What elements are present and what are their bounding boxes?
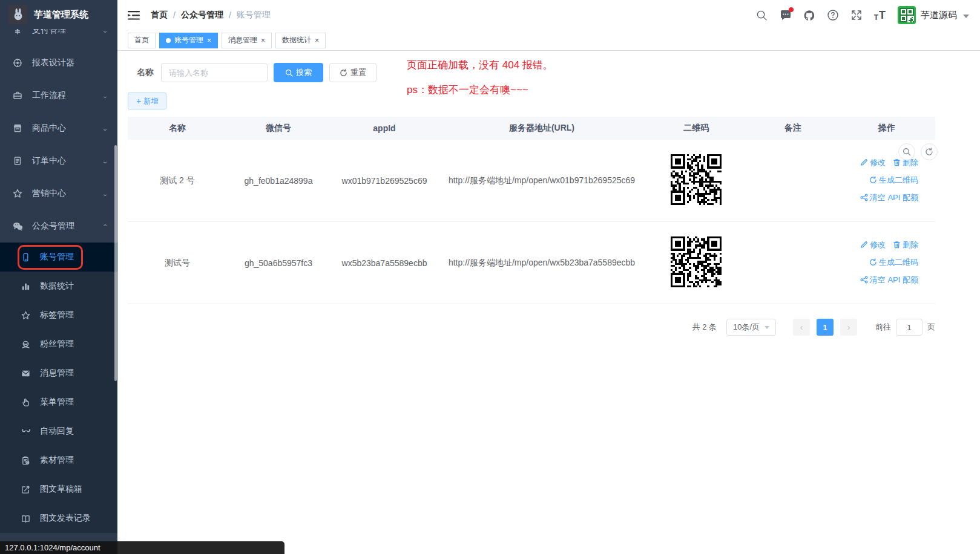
sidebar-item-workflow[interactable]: 工作流程 ⌄ [0, 79, 117, 112]
sidebar-scrollbar[interactable] [114, 145, 117, 381]
clear-quota-link[interactable]: 清空 API 配额 [860, 189, 918, 206]
search-icon [285, 69, 293, 77]
sidebar-item-menu-manage[interactable]: 菜单管理 [0, 388, 117, 417]
sidebar-fold-icon[interactable] [128, 9, 141, 21]
product-center-icon [12, 123, 23, 134]
refresh-icon [925, 148, 933, 156]
sidebar-item-account-manage[interactable]: 账号管理 [0, 243, 117, 272]
chevron-down-icon: ⌄ [102, 125, 108, 132]
clear-quota-link[interactable]: 清空 API 配额 [860, 272, 918, 288]
prev-page-button[interactable]: ‹ [793, 319, 810, 336]
delete-link[interactable]: 删除 [893, 236, 918, 253]
tab-message-manage[interactable]: 消息管理 × [222, 33, 272, 48]
reset-button-label: 重置 [350, 67, 366, 78]
app-window: 芋道管理系统 支付管理 ⌄ 报表设计器 工作流程 ⌄ 商品中心 ⌄ [0, 0, 980, 554]
sidebar-item-data-stats[interactable]: 数据统计 [0, 272, 117, 301]
sidebar-submenu: 账号管理 数据统计 标签管理 粉丝管理 消息管理 [0, 243, 117, 533]
breadcrumb: 首页 / 公众号管理 / 账号管理 [151, 10, 271, 21]
fans-icon [21, 339, 31, 350]
breadcrumb-home[interactable]: 首页 [151, 10, 168, 21]
name-input[interactable] [161, 63, 268, 82]
col-url: 服务器地址(URL) [439, 117, 645, 140]
user-name: 芋道源码 [921, 10, 957, 21]
active-dot [166, 38, 171, 43]
sidebar-item-report-designer[interactable]: 报表设计器 [0, 47, 117, 79]
breadcrumb-separator: / [173, 10, 176, 20]
sidebar-item-marketing-center[interactable]: 营销中心 ⌄ [0, 177, 117, 210]
close-icon[interactable]: × [315, 37, 319, 44]
goto-page-input[interactable] [896, 319, 922, 336]
add-button[interactable]: + 新增 [128, 93, 166, 109]
sidebar-item-draft-box[interactable]: 图文草稿箱 [0, 475, 117, 504]
annotation-line1: 页面正确加载，没有 404 报错。 [407, 58, 553, 72]
total-count: 共 2 条 [692, 322, 717, 333]
sidebar-item-label: 消息管理 [40, 368, 74, 379]
sidebar-item-auto-reply[interactable]: 自动回复 [0, 417, 117, 446]
sidebar-item-order-center[interactable]: 订单中心 ⌄ [0, 145, 117, 177]
app-title: 芋道管理系统 [34, 9, 88, 21]
search-button[interactable]: 搜索 [274, 63, 323, 82]
wechat-mp-icon [12, 221, 23, 232]
edit-icon [860, 158, 868, 166]
sidebar-item-label: 自动回复 [40, 426, 74, 437]
sidebar-item-product-center[interactable]: 商品中心 ⌄ [0, 112, 117, 145]
table-toolbar [898, 143, 938, 160]
sidebar-item-label: 数据统计 [40, 281, 74, 292]
message-icon[interactable] [780, 9, 792, 21]
material-icon [21, 455, 31, 466]
font-size-icon[interactable]: TT [874, 9, 886, 22]
tab-account-manage[interactable]: 账号管理 × [159, 33, 218, 48]
menu-manage-icon [21, 397, 31, 408]
cell-name: 测试号 [128, 222, 227, 304]
edit-link[interactable]: 修改 [860, 154, 886, 171]
user-menu[interactable]: 芋道源码 [898, 6, 969, 24]
reset-button[interactable]: 重置 [329, 63, 377, 82]
sidebar-item-fans-manage[interactable]: 粉丝管理 [0, 330, 117, 359]
marketing-center-icon [12, 188, 23, 199]
sidebar-item-message-manage[interactable]: 消息管理 [0, 359, 117, 388]
edit-link[interactable]: 修改 [860, 236, 886, 253]
show-search-button[interactable] [898, 143, 915, 160]
sidebar-item-label: 营销中心 [32, 188, 66, 199]
help-icon[interactable] [827, 9, 839, 21]
generate-qr-link[interactable]: 生成二维码 [869, 172, 918, 188]
sidebar-item-publish-record[interactable]: 图文发表记录 [0, 504, 117, 533]
tab-label: 数据统计 [282, 35, 311, 45]
sidebar: 芋道管理系统 支付管理 ⌄ 报表设计器 工作流程 ⌄ 商品中心 ⌄ [0, 0, 117, 554]
envelope-icon [21, 368, 31, 379]
tab-data-stats[interactable]: 数据统计 × [275, 33, 326, 48]
close-icon[interactable]: × [207, 37, 211, 44]
github-icon[interactable] [803, 9, 815, 21]
page-number-button[interactable]: 1 [817, 319, 834, 336]
next-page-button[interactable]: › [840, 319, 857, 336]
breadcrumb-section[interactable]: 公众号管理 [181, 10, 223, 21]
refresh-table-button[interactable] [921, 143, 938, 160]
search-icon[interactable] [756, 9, 768, 21]
pagination: 共 2 条 10条/页 ‹ 1 › 前往 页 [128, 319, 935, 336]
phone-icon [21, 252, 31, 262]
cell-qrcode [645, 140, 748, 222]
col-actions: 操作 [838, 117, 935, 140]
close-icon[interactable]: × [261, 37, 265, 44]
tab-home[interactable]: 首页 [128, 33, 156, 48]
sidebar-item-tag-manage[interactable]: 标签管理 [0, 301, 117, 330]
sidebar-item-wechat-mp[interactable]: 公众号管理 ⌄ [0, 210, 117, 243]
page-size-select[interactable]: 10条/页 [726, 319, 776, 336]
logo-row[interactable]: 芋道管理系统 [0, 0, 117, 29]
trash-icon [893, 241, 901, 249]
tabs-bar: 首页 账号管理 × 消息管理 × 数据统计 × [117, 30, 980, 51]
workflow-icon [12, 90, 23, 101]
avatar [898, 6, 916, 24]
col-appid: appId [330, 117, 439, 140]
sidebar-item-label: 商品中心 [32, 123, 66, 134]
sidebar-item-material-manage[interactable]: 素材管理 [0, 446, 117, 475]
generate-qr-link[interactable]: 生成二维码 [869, 254, 918, 270]
order-center-icon [12, 155, 23, 166]
publish-record-icon [21, 513, 31, 524]
table-row: 测试号 gh_50a6b5957fc3 wx5b23ba7a5589ecbb h… [128, 222, 935, 304]
sidebar-item-label: 报表设计器 [32, 57, 74, 68]
share-icon [860, 276, 868, 284]
fullscreen-icon[interactable] [850, 9, 863, 21]
share-icon [860, 194, 868, 201]
sidebar-menu: 支付管理 ⌄ 报表设计器 工作流程 ⌄ 商品中心 ⌄ 订单中心 ⌄ [0, 14, 117, 533]
